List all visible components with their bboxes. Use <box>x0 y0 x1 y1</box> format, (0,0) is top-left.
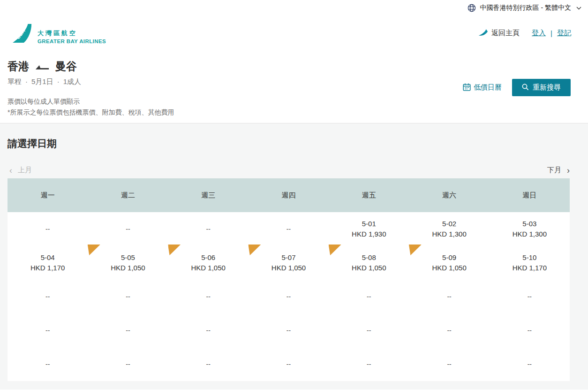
fare-cell-empty: -- <box>409 314 489 347</box>
origin-city: 香港 <box>8 59 29 74</box>
no-fare-placeholder: -- <box>367 291 371 302</box>
no-fare-placeholder: -- <box>45 291 50 302</box>
fare-price: HKD 1,300 <box>432 229 466 239</box>
no-fare-placeholder: -- <box>528 325 532 336</box>
fare-cell-empty: -- <box>8 212 88 246</box>
fare-date: 5-01 <box>362 219 376 229</box>
fare-table-body: --------5-01HKD 1,9305-02HKD 1,3005-03HK… <box>8 212 570 381</box>
chevron-left-icon: ‹ <box>9 166 12 175</box>
fare-cell-5-03[interactable]: 5-03HKD 1,300 <box>490 212 570 246</box>
no-fare-placeholder: -- <box>447 291 451 302</box>
fare-date: 5-06 <box>201 252 215 263</box>
greater-bay-airlines-logo[interactable]: GBA 大灣區航空 GREATER BAY AIRLINES <box>12 23 106 45</box>
weekday-header-cell: 週日 <box>490 191 570 200</box>
fare-cell-empty: -- <box>329 280 409 314</box>
fare-cell-empty: -- <box>249 314 329 347</box>
fare-cell-5-10[interactable]: 5-10HKD 1,170 <box>490 246 570 280</box>
fare-price: HKD 1,170 <box>30 263 65 273</box>
weekday-header-row: 週一週二週三週四週五週六週日 <box>8 178 570 212</box>
depart-date: 5月1日 <box>31 77 53 86</box>
chevron-down-icon <box>576 7 581 10</box>
fare-table-row: --------5-01HKD 1,9305-02HKD 1,3005-03HK… <box>8 212 570 246</box>
fare-price: HKD 1,050 <box>271 263 306 273</box>
trip-summary: 單程 · 5月1日 · 1成人 <box>8 77 81 86</box>
one-way-plane-arrow-icon <box>35 63 49 70</box>
weekday-header-cell: 週六 <box>409 191 489 200</box>
no-fare-placeholder: -- <box>126 325 130 336</box>
no-fare-placeholder: -- <box>528 291 532 302</box>
search-again-button[interactable]: 重新搜尋 <box>512 79 571 96</box>
page-header: 中國香港特別行政區 - 繁體中文 GBA 大灣區航空 GREATER BAY A… <box>0 0 588 123</box>
fare-cell-empty: -- <box>8 347 88 381</box>
fare-date: 5-04 <box>41 252 55 263</box>
fare-price: HKD 1,300 <box>513 229 547 239</box>
low-fare-calendar-link[interactable]: 低價日曆 <box>463 83 502 92</box>
no-fare-placeholder: -- <box>528 359 532 369</box>
register-link[interactable]: 登記 <box>557 29 571 38</box>
fare-cell-5-07[interactable]: 5-07HKD 1,050 <box>249 246 329 280</box>
no-fare-placeholder: -- <box>206 359 211 369</box>
dot-separator: · <box>57 77 60 86</box>
fare-price: HKD 1,050 <box>352 263 386 273</box>
no-fare-placeholder: -- <box>126 291 130 302</box>
fare-cell-5-01[interactable]: 5-01HKD 1,930 <box>329 212 409 246</box>
fare-price: HKD 1,050 <box>111 263 145 273</box>
fare-date: 5-09 <box>442 252 456 263</box>
fare-price: HKD 1,930 <box>352 229 386 239</box>
fare-table-row: -------------- <box>8 280 570 314</box>
fare-cell-5-05[interactable]: 5-05HKD 1,050 <box>88 246 168 280</box>
search-actions: 低價日曆 重新搜尋 <box>463 79 571 96</box>
weekday-header-cell: 週五 <box>329 191 409 200</box>
login-link[interactable]: 登入 <box>532 29 546 38</box>
no-fare-placeholder: -- <box>286 325 291 336</box>
next-month-button[interactable]: 下月 › <box>547 166 570 175</box>
chevron-right-icon: › <box>567 166 570 175</box>
language-label: 中國香港特別行政區 - 繁體中文 <box>480 4 571 12</box>
fare-date: 5-03 <box>522 219 536 229</box>
fare-table-row: -------------- <box>8 347 570 381</box>
logo-english-name: GREATER BAY AIRLINES <box>38 38 106 44</box>
fare-date: 5-02 <box>442 219 456 229</box>
no-fare-placeholder: -- <box>45 359 50 369</box>
no-fare-placeholder: -- <box>286 291 291 302</box>
fare-cell-empty: -- <box>490 347 570 381</box>
fare-cell-empty: -- <box>88 314 168 347</box>
destination-city: 曼谷 <box>55 59 77 74</box>
route-title: 香港 曼谷 <box>8 59 77 74</box>
fare-cell-5-06[interactable]: 5-06HKD 1,050 <box>168 246 249 280</box>
no-fare-placeholder: -- <box>447 325 451 336</box>
weekday-header-cell: 週一 <box>8 191 88 200</box>
fare-cell-empty: -- <box>409 280 489 314</box>
next-month-label: 下月 <box>547 166 561 175</box>
logo-tailfin-icon: GBA <box>12 23 34 45</box>
no-fare-placeholder: -- <box>367 359 371 369</box>
low-fare-calendar-label: 低價日曆 <box>474 83 502 92</box>
prev-month-button[interactable]: ‹ 上月 <box>9 166 32 175</box>
prev-month-label: 上月 <box>18 166 32 175</box>
language-selector[interactable]: 中國香港特別行政區 - 繁體中文 <box>467 4 581 12</box>
trip-type: 單程 <box>8 77 22 86</box>
no-fare-placeholder: -- <box>126 224 130 234</box>
fare-cell-5-09[interactable]: 5-09HKD 1,050 <box>409 246 489 280</box>
fare-cell-empty: -- <box>168 212 249 246</box>
fare-cell-5-08[interactable]: 5-08HKD 1,050 <box>329 246 409 280</box>
fare-note-line2: *所展示之每位票價包括機票價、附加費、稅項、其他費用 <box>8 107 174 118</box>
search-again-label: 重新搜尋 <box>533 83 561 92</box>
fare-date: 5-10 <box>522 252 536 263</box>
fare-cell-empty: -- <box>490 280 570 314</box>
logo-chinese-name: 大灣區航空 <box>38 29 106 38</box>
back-to-home-link[interactable]: 返回主頁 <box>478 29 520 38</box>
fare-cell-empty: -- <box>88 280 168 314</box>
fare-cell-5-02[interactable]: 5-02HKD 1,300 <box>409 212 489 246</box>
fare-cell-5-04[interactable]: 5-04HKD 1,170 <box>8 246 88 280</box>
fare-price: HKD 1,170 <box>513 263 547 273</box>
no-fare-placeholder: -- <box>45 325 50 336</box>
fare-cell-empty: -- <box>249 280 329 314</box>
tailfin-icon <box>478 29 488 38</box>
fare-price: HKD 1,050 <box>432 263 466 273</box>
fare-note-line1: 票價以每位成人單價顯示 <box>8 96 174 107</box>
fare-cell-empty: -- <box>329 314 409 347</box>
no-fare-placeholder: -- <box>367 325 371 336</box>
calendar-icon <box>463 83 471 92</box>
fare-cell-empty: -- <box>409 347 489 381</box>
